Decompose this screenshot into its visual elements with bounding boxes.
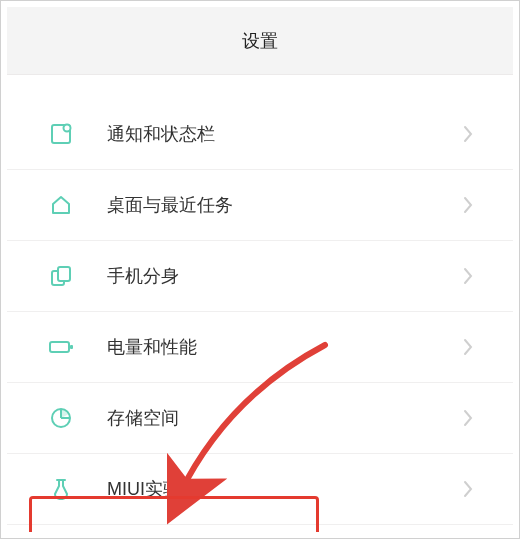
row-label: 桌面与最近任务 — [107, 193, 463, 217]
page-header: 设置 — [7, 7, 513, 75]
row-home-recent[interactable]: 桌面与最近任务 — [7, 170, 513, 241]
svg-point-1 — [64, 125, 71, 132]
row-battery-performance[interactable]: 电量和性能 — [7, 312, 513, 383]
settings-list: 通知和状态栏 桌面与最近任务 — [7, 99, 513, 525]
chevron-right-icon — [463, 196, 473, 214]
row-label: 存储空间 — [107, 406, 463, 430]
row-notifications[interactable]: 通知和状态栏 — [7, 99, 513, 170]
home-icon — [45, 189, 77, 221]
row-label: 手机分身 — [107, 264, 463, 288]
chevron-right-icon — [463, 267, 473, 285]
storage-icon — [45, 402, 77, 434]
svg-rect-4 — [50, 342, 69, 352]
chevron-right-icon — [463, 338, 473, 356]
chevron-right-icon — [463, 480, 473, 498]
spacer — [7, 75, 513, 99]
row-dual-apps[interactable]: 手机分身 — [7, 241, 513, 312]
chevron-right-icon — [463, 409, 473, 427]
annotation-highlight-box — [29, 496, 319, 532]
svg-rect-5 — [70, 345, 73, 349]
clone-icon — [45, 260, 77, 292]
row-storage[interactable]: 存储空间 — [7, 383, 513, 454]
svg-rect-3 — [58, 267, 70, 281]
row-label: 电量和性能 — [107, 335, 463, 359]
notification-bar-icon — [45, 118, 77, 150]
chevron-right-icon — [463, 125, 473, 143]
page-title: 设置 — [242, 29, 278, 53]
row-label: 通知和状态栏 — [107, 122, 463, 146]
battery-icon — [45, 331, 77, 363]
